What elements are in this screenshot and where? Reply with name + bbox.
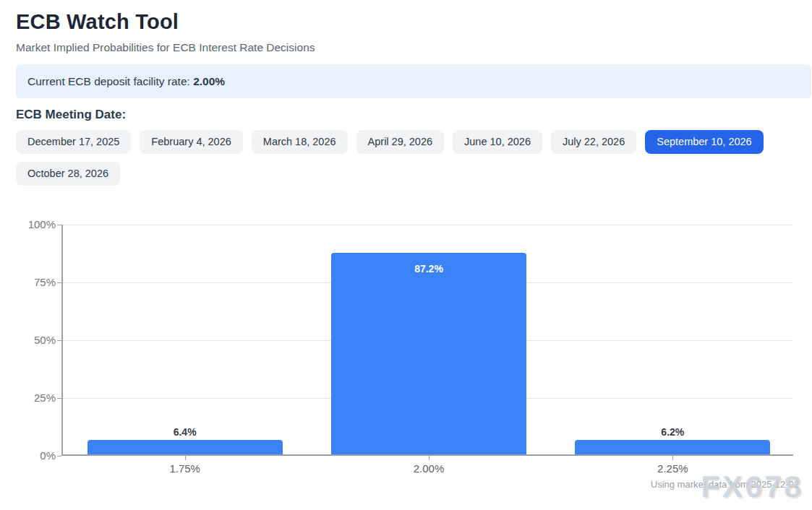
probability-bar[interactable] <box>87 440 283 454</box>
probability-chart: 6.4%1.75%87.2%2.00%6.2%2.25% 0%25%50%75%… <box>16 219 793 473</box>
meeting-date-heading: ECB Meeting Date: <box>16 108 812 122</box>
current-rate-label: Current ECB deposit facility rate: <box>27 75 193 87</box>
y-axis-label: 25% <box>16 392 56 404</box>
y-axis-tick <box>57 282 61 283</box>
bar-value-label: 6.4% <box>87 426 283 438</box>
y-axis-tick <box>57 340 61 341</box>
y-axis-label: 100% <box>16 218 56 230</box>
x-axis-label: 2.25% <box>622 462 723 475</box>
x-axis-label: 2.00% <box>378 462 479 475</box>
ecb-watch-tool-page: ECB Watch Tool Market Implied Probabilit… <box>0 0 812 510</box>
probability-bar[interactable] <box>331 253 526 454</box>
bar-value-label: 6.2% <box>575 426 770 438</box>
chart-footer: Using market data from 2025-12-02 FX678 <box>16 479 799 490</box>
y-axis-tick <box>57 456 61 457</box>
probability-bar[interactable] <box>575 440 770 454</box>
y-axis-label: 75% <box>16 276 56 288</box>
meeting-date-buttons: December 17, 2025February 4, 2026March 1… <box>16 130 797 186</box>
meeting-date-button[interactable]: July 22, 2026 <box>551 130 636 154</box>
x-axis-label: 1.75% <box>134 462 236 475</box>
current-rate-value: 2.00% <box>193 75 225 87</box>
y-axis-label: 50% <box>16 334 56 346</box>
x-axis-tick <box>185 456 186 460</box>
gridline <box>63 225 793 225</box>
meeting-date-button[interactable]: June 10, 2026 <box>453 130 542 154</box>
meeting-date-button[interactable]: December 17, 2025 <box>16 130 131 154</box>
meeting-date-button[interactable]: February 4, 2026 <box>140 130 242 154</box>
x-axis-tick <box>429 456 429 460</box>
y-axis-tick <box>57 225 61 225</box>
chart-plot-area: 6.4%1.75%87.2%2.00%6.2%2.25% <box>61 225 793 456</box>
meeting-date-button[interactable]: October 28, 2026 <box>16 162 120 186</box>
meeting-date-button[interactable]: September 10, 2026 <box>645 130 763 154</box>
meeting-date-button[interactable]: March 18, 2026 <box>252 130 348 154</box>
page-subtitle: Market Implied Probabilities for ECB Int… <box>16 41 812 54</box>
x-axis-tick <box>672 456 673 460</box>
market-data-note: Using market data from 2025-12-02 <box>651 479 799 490</box>
y-axis-tick <box>57 398 61 399</box>
y-axis-label: 0% <box>16 449 56 462</box>
page-title: ECB Watch Tool <box>16 10 812 34</box>
current-rate-banner: Current ECB deposit facility rate: 2.00% <box>16 64 811 98</box>
meeting-date-button[interactable]: April 29, 2026 <box>356 130 444 154</box>
